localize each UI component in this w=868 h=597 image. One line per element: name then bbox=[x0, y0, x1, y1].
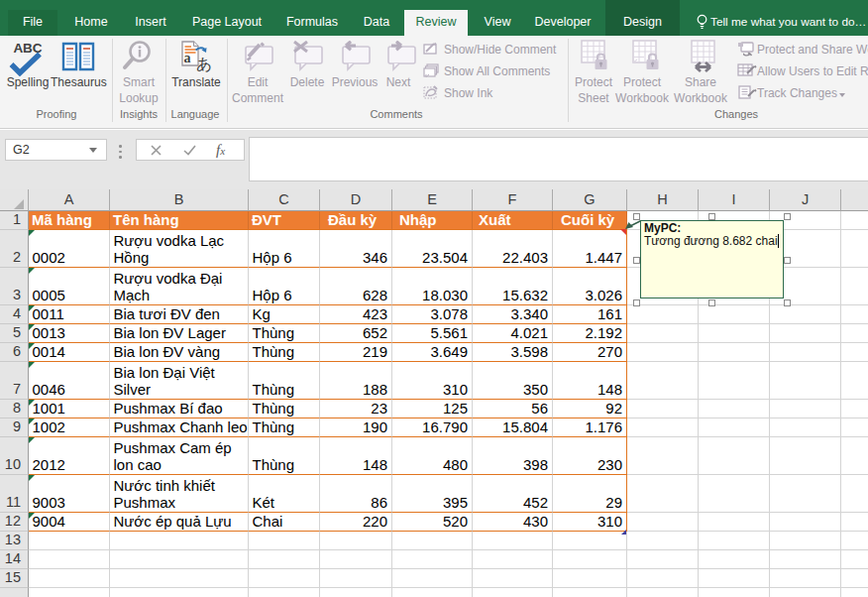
svg-text:a: a bbox=[184, 51, 191, 65]
svg-text:あ: あ bbox=[196, 56, 212, 72]
